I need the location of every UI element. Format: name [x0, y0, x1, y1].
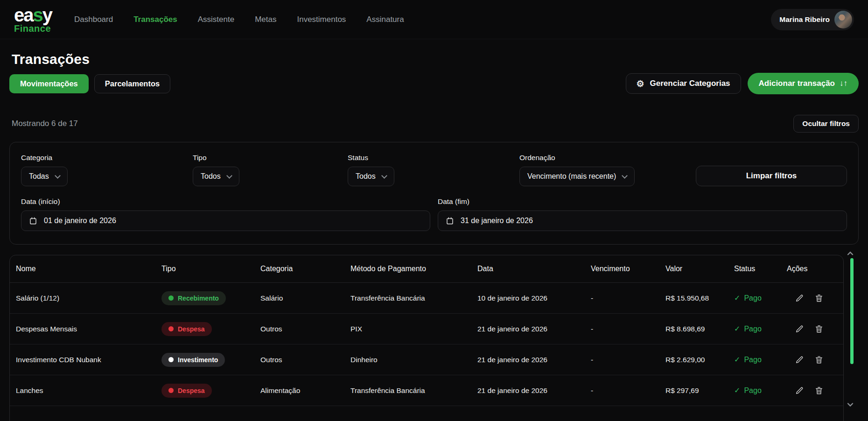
status-badge: ✓Pago	[734, 324, 787, 333]
table-header-row: Nome Tipo Categoria Método de Pagamento …	[10, 255, 843, 283]
transactions-table: Nome Tipo Categoria Método de Pagamento …	[9, 255, 844, 421]
chevron-down-icon	[55, 173, 61, 179]
col-header-tipo: Tipo	[161, 265, 260, 273]
scroll-up-icon[interactable]	[847, 249, 854, 258]
transaction-name: Lanches	[16, 386, 161, 395]
page-title: Transações	[12, 51, 859, 67]
status-select-value: Todos	[356, 172, 376, 181]
nav-item-metas[interactable]: Metas	[255, 15, 276, 24]
type-select[interactable]: Todos	[193, 167, 239, 186]
date-end-label: Data (fim)	[438, 197, 847, 206]
check-icon: ✓	[734, 324, 740, 333]
nav-item-investimentos[interactable]: Investimentos	[297, 15, 346, 24]
col-header-metodo: Método de Pagamento	[350, 265, 477, 273]
transaction-due: -	[591, 325, 665, 333]
status-dot	[168, 388, 174, 393]
transaction-date: 21 de janeiro de 2026	[477, 325, 591, 333]
type-filter-label: Tipo	[193, 154, 348, 162]
category-filter-label: Categoria	[21, 154, 193, 162]
chevron-down-icon	[622, 173, 628, 179]
transaction-method: Transferência Bancária	[350, 386, 477, 395]
edit-button[interactable]	[795, 386, 804, 395]
add-transaction-button[interactable]: Adicionar transação ↓↑	[748, 73, 859, 94]
nav-item-transacoes[interactable]: Transações	[133, 15, 177, 24]
transaction-value: R$ 15.950,68	[665, 294, 734, 302]
col-header-data: Data	[477, 265, 591, 273]
table-scrollbar[interactable]	[850, 258, 854, 364]
date-start-input[interactable]: 01 de janeiro de 2026	[21, 210, 430, 231]
category-select[interactable]: Todas	[21, 167, 68, 186]
col-header-status: Status	[734, 265, 787, 273]
nav-item-assistente[interactable]: Assistente	[198, 15, 234, 24]
tab-parcelamentos[interactable]: Parcelamentos	[94, 74, 170, 93]
top-navbar: easy Finance Dashboard Transações Assist…	[0, 0, 868, 39]
status-dot	[168, 357, 174, 362]
transaction-date: 10 de janeiro de 2026	[477, 294, 591, 302]
check-icon: ✓	[734, 294, 740, 302]
delete-button[interactable]	[814, 355, 824, 365]
status-badge: ✓Pago	[734, 386, 787, 395]
delete-button[interactable]	[814, 324, 824, 334]
transaction-due: -	[591, 386, 665, 395]
transaction-method: PIX	[350, 325, 477, 333]
check-icon: ✓	[734, 355, 740, 364]
transaction-date: 21 de janeiro de 2026	[477, 386, 591, 395]
clear-filters-button[interactable]: Limpar filtros	[696, 166, 847, 186]
col-header-categoria: Categoria	[260, 265, 350, 273]
calendar-icon	[29, 217, 37, 225]
transaction-category: Outros	[260, 325, 350, 333]
status-select[interactable]: Todos	[348, 167, 394, 186]
scroll-down-icon[interactable]	[847, 400, 854, 409]
transaction-method: Dinheiro	[350, 356, 477, 364]
hide-filters-button[interactable]: Ocultar filtros	[793, 115, 859, 133]
nav-item-dashboard[interactable]: Dashboard	[74, 15, 113, 24]
type-badge: Despesa	[161, 384, 212, 398]
calendar-icon	[446, 217, 454, 225]
app-logo[interactable]: easy Finance	[14, 7, 52, 33]
status-filter-label: Status	[348, 154, 519, 162]
logo-word-easy: easy	[14, 7, 52, 23]
transaction-value: R$ 297,69	[665, 386, 734, 395]
transaction-value: R$ 8.698,69	[665, 325, 734, 333]
gear-icon: ⚙	[637, 79, 644, 88]
chevron-down-icon	[226, 173, 232, 179]
transaction-name: Salário (1/12)	[16, 294, 161, 302]
main-nav: Dashboard Transações Assistente Metas In…	[74, 15, 404, 24]
transaction-name: Despesas Mensais	[16, 325, 161, 333]
type-badge: Investimento	[161, 353, 225, 367]
type-select-value: Todos	[201, 172, 221, 181]
avatar	[834, 11, 852, 28]
delete-button[interactable]	[814, 294, 824, 303]
table-row: Lanches Despesa Alimentação Transferênci…	[10, 375, 843, 406]
nav-item-assinatura[interactable]: Assinatura	[366, 15, 404, 24]
edit-button[interactable]	[795, 355, 804, 365]
col-header-valor: Valor	[665, 265, 734, 273]
date-end-value: 31 de janeiro de 2026	[461, 217, 533, 225]
col-header-nome: Nome	[16, 265, 161, 273]
sort-select[interactable]: Vencimento (mais recente)	[519, 167, 635, 186]
tab-movimentacoes[interactable]: Movimentações	[9, 74, 89, 93]
type-badge: Recebimento	[161, 291, 226, 305]
transaction-category: Salário	[260, 294, 350, 302]
transaction-due: -	[591, 356, 665, 364]
check-icon: ✓	[734, 386, 740, 395]
logo-word-finance: Finance	[14, 24, 52, 33]
sort-select-value: Vencimento (mais recente)	[527, 172, 616, 181]
add-transaction-label: Adicionar transação	[759, 79, 835, 88]
edit-button[interactable]	[795, 294, 804, 303]
transaction-category: Alimentação	[260, 386, 350, 395]
date-end-input[interactable]: 31 de janeiro de 2026	[438, 210, 847, 231]
edit-button[interactable]	[795, 324, 804, 334]
category-select-value: Todas	[29, 172, 49, 181]
user-menu[interactable]: Marina Ribeiro	[771, 9, 854, 30]
delete-button[interactable]	[814, 386, 824, 395]
manage-categories-button[interactable]: ⚙ Gerenciar Categorias	[626, 73, 741, 94]
status-badge: ✓Pago	[734, 294, 787, 302]
table-row: Investimento CDB Nubank Investimento Out…	[10, 344, 843, 375]
table-row: Despesas Mensais Despesa Outros PIX 21 d…	[10, 314, 843, 344]
table-row: Salário (1/12) Recebimento Salário Trans…	[10, 283, 843, 314]
transaction-name: Investimento CDB Nubank	[16, 356, 161, 364]
col-header-vencimento: Vencimento	[591, 265, 665, 273]
transaction-value: R$ 2.629,00	[665, 356, 734, 364]
type-badge: Despesa	[161, 322, 212, 336]
